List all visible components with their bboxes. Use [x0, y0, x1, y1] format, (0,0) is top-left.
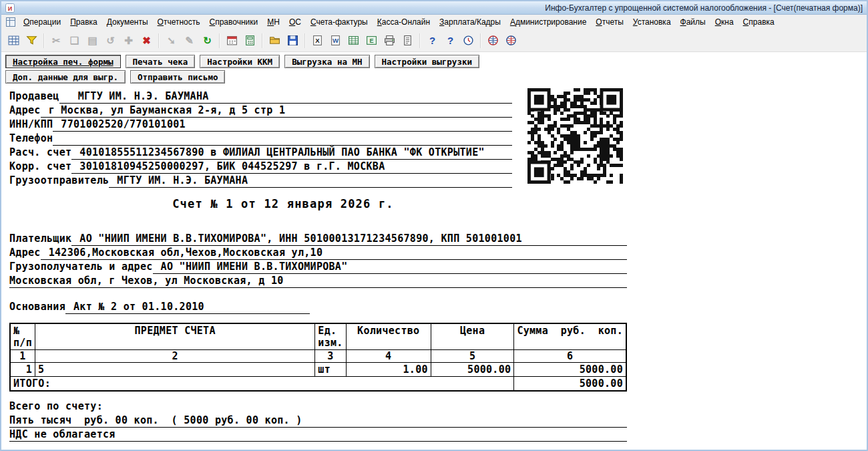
- export-word-icon[interactable]: W: [327, 32, 344, 49]
- items-table: №п/п ПРЕДМЕТ СЧЕТА Ед.изм. Количество Це…: [9, 323, 627, 392]
- invoice-print-form: Продавец МГТУ ИМ. Н.Э. БАУМАНА Адрес г М…: [1, 87, 867, 450]
- action-row-2: Доп. данные для выгр.Отправить письмо: [5, 70, 867, 84]
- item-qty: 1.00: [346, 363, 431, 377]
- export-report-icon[interactable]: E: [363, 32, 380, 49]
- payer-row: Плательщик АО "НИИП ИМЕНИ В.В.ТИХОМИРОВА…: [9, 232, 627, 246]
- svg-text:И: И: [8, 5, 12, 11]
- total-row: ИТОГО: 5000.00: [10, 377, 626, 392]
- help-icon[interactable]: ?: [424, 32, 441, 49]
- web-icon[interactable]: [485, 32, 501, 49]
- seller-value: МГТУ ИМ. Н.Э. БАУМАНА: [59, 90, 512, 104]
- rotate-180-icon[interactable]: ↺: [102, 32, 119, 49]
- corr-account-row: Корр. счет 30101810945250000297, БИК 044…: [9, 160, 512, 174]
- refresh-icon[interactable]: ↻: [199, 32, 216, 49]
- settlement-account-row: Расч. счет 40101855511234567890 в ФИЛИАЛ…: [9, 146, 512, 160]
- toolbar-separator: [304, 33, 306, 48]
- menu-item-reports[interactable]: Отчеты: [591, 15, 628, 29]
- export-excel-icon[interactable]: X: [309, 32, 326, 49]
- print-icon[interactable]: [381, 32, 398, 49]
- qr-code: [527, 88, 623, 184]
- print-form-settings-button[interactable]: Настройка печ. формы: [5, 55, 121, 68]
- total-caption-row: Всего по счету:: [9, 400, 627, 414]
- app-window: И Инфо-Бухгалтер с упрощенной системой н…: [0, 0, 868, 451]
- copy-icon[interactable]: ❏: [66, 32, 83, 49]
- paste-icon[interactable]: ▤: [84, 32, 101, 49]
- calculator-icon[interactable]: [242, 32, 258, 49]
- action-row-1: Настройка печ. формыПечать чекаНастройки…: [5, 55, 867, 68]
- menu-item-files[interactable]: Файлы: [676, 15, 710, 29]
- online-support-icon[interactable]: [503, 32, 519, 49]
- table-header-row: №п/п ПРЕДМЕТ СЧЕТА Ед.изм. Количество Це…: [10, 323, 626, 350]
- header-num: №п/п: [10, 323, 35, 350]
- menu-bar: ОперацииПравкаДокументыОтчетностьСправоч…: [1, 15, 867, 29]
- toolbar-separator: [219, 33, 220, 48]
- payer-address-value: 142306,Московская обл,Чехов,Московская у…: [41, 246, 627, 260]
- consignee-value: АО "НИИП ИМЕНИ В.В.ТИХОМИРОВА": [153, 260, 627, 274]
- phone-value: [53, 132, 512, 146]
- payer-address-label: Адрес: [9, 246, 41, 260]
- header-sum: Сумма руб. коп.: [514, 323, 626, 350]
- corr-account-value: 30101810945250000297, БИК 044525297 в г.…: [71, 160, 512, 174]
- item-sum: 5000.00: [514, 363, 626, 377]
- svg-text:E: E: [369, 37, 373, 44]
- menu-item-references[interactable]: Справочники: [205, 15, 263, 29]
- menu-item-edit[interactable]: Правка: [65, 15, 102, 29]
- kkm-settings-button[interactable]: Настройки ККМ: [200, 55, 280, 68]
- total-words: Пять тысяч руб. 00 коп. ( 5000 руб. 00 к…: [9, 414, 627, 428]
- vat-note-row: НДС не облагается: [9, 428, 627, 442]
- menu-item-windows[interactable]: Окна: [710, 15, 738, 29]
- consignee-label: Грузополучатель и адрес: [9, 260, 153, 274]
- menu-item-mn[interactable]: МН: [262, 15, 284, 29]
- add-icon[interactable]: ✚: [120, 32, 137, 49]
- edit-record-icon[interactable]: ✎: [181, 32, 198, 49]
- upload-settings-button[interactable]: Настройки выгрузки: [375, 55, 479, 68]
- menu-item-operations[interactable]: Операции: [19, 15, 65, 29]
- menu-item-os[interactable]: ОС: [284, 15, 306, 29]
- item-price: 5000.00: [431, 363, 514, 377]
- toolbar-separator: [262, 33, 263, 48]
- total-value: 5000.00: [514, 377, 626, 392]
- seller-address-value: г Москва, ул Бауманская 2-я, д 5 стр 1: [41, 104, 512, 118]
- menu-item-reporting[interactable]: Отчетность: [153, 15, 205, 29]
- menu-item-salary-hr[interactable]: Зарплата/Кадры: [435, 15, 505, 29]
- export-sign-icon[interactable]: ➘: [163, 32, 180, 49]
- cut-icon[interactable]: ✂: [48, 32, 65, 49]
- filter-icon[interactable]: [23, 32, 40, 49]
- save-icon[interactable]: [284, 32, 301, 49]
- delete-icon[interactable]: ✖: [138, 32, 155, 49]
- inn-kpp-value: 7701002520/770101001: [53, 118, 512, 132]
- total-words-row: Пять тысяч руб. 00 коп. ( 5000 руб. 00 к…: [9, 414, 627, 428]
- menu-item-documents[interactable]: Документы: [102, 15, 153, 29]
- preview-icon[interactable]: [399, 32, 416, 49]
- upload-mn-button[interactable]: Выгрузка на МН: [284, 55, 369, 68]
- open-file-icon[interactable]: [266, 32, 283, 49]
- print-receipt-button[interactable]: Печать чека: [126, 55, 196, 68]
- app-icon: И: [5, 3, 15, 13]
- history-icon[interactable]: [460, 32, 477, 49]
- payer-label: Плательщик: [9, 232, 71, 246]
- svg-text:W: W: [333, 37, 339, 44]
- settlement-account-value: 40101855511234567890 в ФИЛИАЛ ЦЕНТРАЛЬНЫ…: [71, 146, 512, 160]
- header-price: Цена: [431, 323, 514, 350]
- header-qty: Количество: [346, 323, 431, 350]
- basis-label: Основания: [9, 300, 65, 314]
- menu-item-invoices[interactable]: Счета-фактуры: [306, 15, 373, 29]
- column-numbers-row: 1 2 3 4 5 6: [10, 350, 626, 363]
- send-email-button[interactable]: Отправить письмо: [130, 70, 225, 84]
- menu-item-kassa-online[interactable]: Касса-Онлайн: [373, 15, 435, 29]
- export-table-icon[interactable]: [345, 32, 362, 49]
- extra-upload-data-button[interactable]: Доп. данные для выгр.: [5, 70, 126, 84]
- seller-address-label: Адрес: [9, 104, 41, 118]
- context-help-icon[interactable]: ?: [442, 32, 459, 49]
- consignor-value: МГТУ ИМ. Н.Э. БАУМАНА: [109, 174, 512, 188]
- menu-item-setup[interactable]: Установка: [628, 15, 676, 29]
- menu-item-help[interactable]: Справка: [738, 15, 779, 29]
- header-subject: ПРЕДМЕТ СЧЕТА: [35, 323, 315, 350]
- calendar-icon[interactable]: [224, 32, 240, 49]
- svg-text:X: X: [315, 37, 320, 44]
- window-title: Инфо-Бухгалтер с упрощенной системой нал…: [545, 3, 863, 13]
- menu-item-administration[interactable]: Администрирование: [505, 15, 591, 29]
- payer-address-row: Адрес 142306,Московская обл,Чехов,Москов…: [9, 246, 627, 260]
- print-form-icon[interactable]: [5, 32, 22, 49]
- menu-items: ОперацииПравкаДокументыОтчетностьСправоч…: [19, 15, 779, 29]
